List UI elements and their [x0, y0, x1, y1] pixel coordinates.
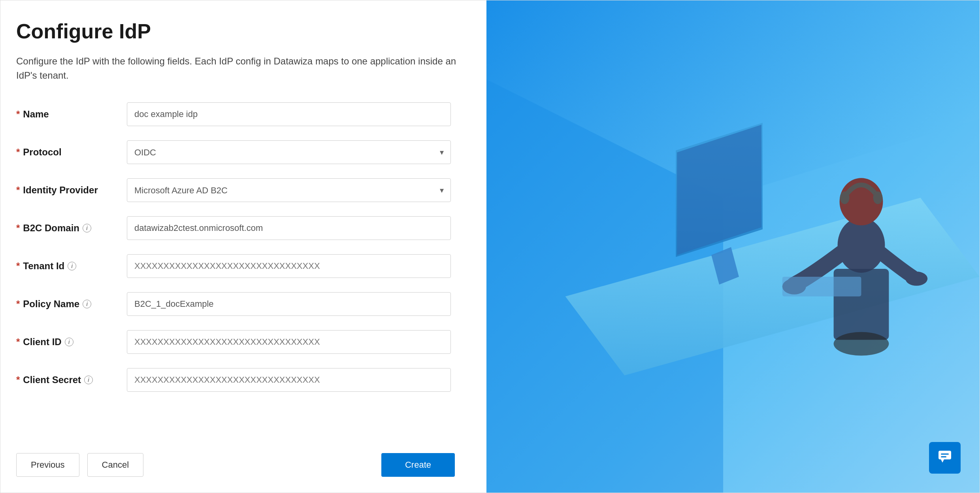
- tenant-id-info-icon[interactable]: i: [68, 262, 76, 270]
- policy-name-required: *: [16, 298, 20, 310]
- svg-marker-17: [941, 459, 944, 463]
- previous-button[interactable]: Previous: [16, 453, 79, 477]
- svg-rect-18: [941, 453, 949, 455]
- identity-provider-select[interactable]: Microsoft Azure AD B2C Okta Azure AD Aut…: [127, 178, 451, 202]
- client-secret-required: *: [16, 374, 20, 385]
- client-secret-row: * Client Secret i: [16, 368, 463, 392]
- svg-point-7: [838, 217, 885, 273]
- identity-provider-field-wrapper: Microsoft Azure AD B2C Okta Azure AD Aut…: [127, 178, 451, 202]
- tenant-id-field-wrapper: [127, 254, 451, 278]
- name-row: * Name: [16, 102, 463, 126]
- policy-name-row: * Policy Name i: [16, 292, 463, 316]
- protocol-select[interactable]: OIDC SAML: [127, 140, 451, 164]
- client-secret-field-wrapper: [127, 368, 451, 392]
- policy-name-info-icon[interactable]: i: [83, 300, 91, 308]
- create-button[interactable]: Create: [381, 453, 455, 477]
- b2c-domain-required: *: [16, 223, 20, 234]
- identity-provider-label: * Identity Provider: [16, 185, 127, 196]
- chat-icon: [937, 448, 953, 468]
- protocol-required: *: [16, 147, 20, 158]
- name-label: * Name: [16, 109, 127, 120]
- name-field-wrapper: [127, 102, 451, 126]
- svg-rect-16: [939, 451, 951, 459]
- illustration-panel: [486, 0, 980, 493]
- b2c-domain-input[interactable]: [127, 216, 451, 240]
- protocol-field-wrapper: OIDC SAML ▾: [127, 140, 451, 164]
- tenant-id-row: * Tenant Id i: [16, 254, 463, 278]
- identity-provider-required: *: [16, 185, 20, 196]
- protocol-row: * Protocol OIDC SAML ▾: [16, 140, 463, 164]
- form-rows: * Name * Protocol OIDC SAML: [16, 102, 463, 445]
- policy-name-field-wrapper: [127, 292, 451, 316]
- client-id-info-icon[interactable]: i: [65, 338, 74, 346]
- illustration-svg: [486, 0, 980, 493]
- client-id-required: *: [16, 336, 20, 348]
- tenant-id-label: * Tenant Id i: [16, 261, 127, 272]
- tenant-id-required: *: [16, 261, 20, 272]
- svg-point-12: [905, 272, 927, 286]
- form-panel: Configure IdP Configure the IdP with the…: [0, 0, 486, 493]
- protocol-label: * Protocol: [16, 147, 127, 158]
- svg-rect-15: [782, 277, 861, 297]
- svg-point-10: [873, 191, 882, 204]
- name-required: *: [16, 109, 20, 120]
- b2c-domain-field-wrapper: [127, 216, 451, 240]
- svg-rect-19: [941, 456, 946, 457]
- svg-point-14: [834, 332, 889, 356]
- client-id-label: * Client ID i: [16, 336, 127, 348]
- cancel-button[interactable]: Cancel: [87, 453, 143, 477]
- policy-name-input[interactable]: [127, 292, 451, 316]
- chat-fab-button[interactable]: [929, 442, 961, 474]
- b2c-domain-label: * B2C Domain i: [16, 223, 127, 234]
- client-id-input[interactable]: [127, 330, 451, 354]
- tenant-id-input[interactable]: [127, 254, 451, 278]
- form-actions: Previous Cancel Create: [16, 453, 463, 477]
- svg-point-9: [840, 191, 850, 204]
- page-description: Configure the IdP with the following fie…: [16, 54, 463, 83]
- b2c-domain-row: * B2C Domain i: [16, 216, 463, 240]
- client-secret-label: * Client Secret i: [16, 374, 127, 385]
- client-secret-input[interactable]: [127, 368, 451, 392]
- b2c-domain-info-icon[interactable]: i: [83, 224, 91, 232]
- client-secret-info-icon[interactable]: i: [84, 376, 93, 384]
- client-id-field-wrapper: [127, 330, 451, 354]
- name-input[interactable]: [127, 102, 451, 126]
- identity-provider-row: * Identity Provider Microsoft Azure AD B…: [16, 178, 463, 202]
- page-title: Configure IdP: [16, 19, 463, 43]
- client-id-row: * Client ID i: [16, 330, 463, 354]
- policy-name-label: * Policy Name i: [16, 298, 127, 310]
